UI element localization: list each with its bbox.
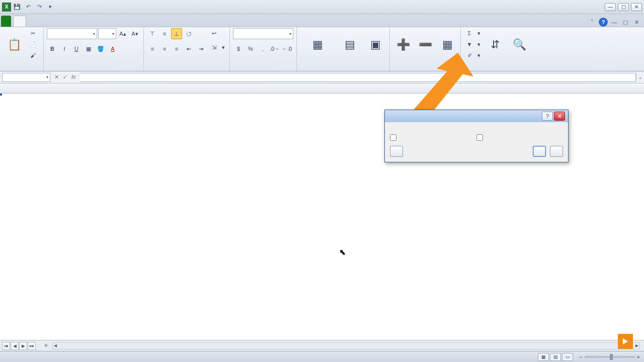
comma-icon[interactable]: , [257,43,268,54]
mdi-close-icon[interactable]: ✕ [632,18,641,27]
autosum-button[interactable]: Σ ▾ [464,28,482,38]
cut-button[interactable]: ✂ [27,28,40,38]
cancel-formula-icon[interactable]: ✕ [54,74,59,80]
help-icon[interactable]: ? [599,18,608,27]
minimize-button[interactable]: — [605,3,616,11]
align-top-icon[interactable]: ⊤ [147,28,158,39]
zoom-in-icon[interactable]: + [637,354,640,360]
bold-icon[interactable]: B [47,43,58,54]
copy-button[interactable]: 📄 [27,39,40,49]
redo-icon[interactable]: ↷ [34,2,44,12]
find-select-button[interactable]: 🔍 [508,28,530,61]
ok-button[interactable] [533,146,546,157]
group-number: $ % , .0→ ←.0 [230,27,297,71]
dialog-close-button[interactable]: ✕ [554,112,565,121]
formula-input[interactable] [80,73,636,82]
font-size-select[interactable] [98,28,116,39]
orientation-icon[interactable]: ⭯ [183,28,194,39]
new-sheet-icon[interactable]: ✳ [44,342,48,349]
accept-formula-icon[interactable]: ✓ [63,74,67,80]
group-editing: Σ ▾ ▼ ▾ ✐ ▾ ⇵ 🔍 [461,27,533,71]
tab-data[interactable] [62,16,74,27]
group-label-font [47,69,140,71]
zoom-out-icon[interactable]: − [579,354,582,360]
insert-cells-button[interactable]: ➕ [393,28,413,61]
skip-blanks-checkbox[interactable] [390,134,476,141]
shrink-font-icon[interactable]: A▾ [129,28,140,39]
titlebar: X 💾 ↶ ↷ ▾ — ▢ ✕ [0,0,644,14]
close-button[interactable]: ✕ [631,3,642,11]
tab-formulas[interactable] [50,16,62,27]
tab-page-layout[interactable] [38,16,50,27]
increase-decimal-icon[interactable]: .0→ [269,43,280,54]
decrease-indent-icon[interactable]: ⇤ [183,43,194,54]
currency-icon[interactable]: $ [233,43,244,54]
dialog-titlebar[interactable]: ? ✕ [385,110,568,122]
clear-button[interactable]: ✐ ▾ [464,50,482,60]
italic-icon[interactable]: I [59,43,70,54]
conditional-formatting-button[interactable]: ▦ [300,28,335,61]
column-headers[interactable] [0,83,644,94]
sheet-nav-prev[interactable]: ◀ [11,342,19,350]
tab-insert[interactable] [26,16,38,27]
sheet-nav-last[interactable]: ⏭ [28,342,36,350]
tab-review[interactable] [74,16,87,27]
wrap-text-button[interactable]: ↩ [208,28,226,38]
expand-formula-bar-icon[interactable]: ⌄ [636,74,644,80]
quick-access-toolbar: X 💾 ↶ ↷ ▾ [2,2,55,12]
format-as-table-button[interactable]: ▤ [337,28,362,61]
sheet-nav-next[interactable]: ▶ [19,342,27,350]
view-pagebreak-icon[interactable]: ▭ [562,353,573,361]
sheet-nav-first[interactable]: ⏮ [2,342,10,350]
dialog-help-button[interactable]: ? [542,112,553,121]
group-alignment: ⊤ ≡ ⊥ ⭯ ≡ ≡ ≡ ⇤ ⇥ ↩ ⇲ ▾ [144,27,230,71]
font-name-select[interactable] [47,28,97,39]
border-icon[interactable]: ▦ [83,43,94,54]
align-left-icon[interactable]: ≡ [147,43,158,54]
align-bottom-icon[interactable]: ⊥ [171,28,182,39]
paste-link-button[interactable] [390,146,403,157]
name-box[interactable] [2,73,50,82]
transpose-checkbox[interactable] [476,134,563,141]
mdi-minimize-icon[interactable]: — [610,18,619,27]
paste-special-dialog: ? ✕ [384,110,569,162]
format-painter-button[interactable]: 🖌 [27,50,40,60]
group-styles: ▦ ▤ ▣ [297,27,390,71]
horizontal-scrollbar[interactable] [52,342,640,349]
fx-icon[interactable]: fx [71,74,76,80]
sort-filter-button[interactable]: ⇵ [484,28,506,61]
fill-button[interactable]: ▼ ▾ [464,39,482,49]
cancel-button[interactable] [550,146,563,157]
align-middle-icon[interactable]: ≡ [159,28,170,39]
format-cells-button[interactable]: ▦ [437,28,457,61]
view-normal-icon[interactable]: ▦ [538,353,549,361]
increase-indent-icon[interactable]: ⇥ [195,43,206,54]
underline-icon[interactable]: U [71,43,82,54]
save-icon[interactable]: 💾 [12,2,22,12]
merge-center-button[interactable]: ⇲ ▾ [208,42,226,52]
percent-icon[interactable]: % [245,43,256,54]
qat-customize-icon[interactable]: ▾ [45,2,55,12]
decrease-decimal-icon[interactable]: ←.0 [281,43,292,54]
grow-font-icon[interactable]: A▴ [117,28,128,39]
number-format-select[interactable] [233,28,293,39]
cell-styles-button[interactable]: ▣ [364,28,386,61]
undo-icon[interactable]: ↶ [23,2,33,12]
restore-button[interactable]: ▢ [618,3,629,11]
group-label-clipboard [3,69,40,71]
view-layout-icon[interactable]: ▤ [550,353,561,361]
window-buttons: — ▢ ✕ [605,3,642,11]
tab-home[interactable] [13,16,26,27]
file-tab[interactable] [1,16,11,27]
align-center-icon[interactable]: ≡ [159,43,170,54]
fill-color-icon[interactable]: 🪣 [95,43,106,54]
delete-cells-button[interactable]: ➖ [415,28,435,61]
marquee-selection [0,94,2,96]
mdi-restore-icon[interactable]: ▢ [621,18,630,27]
align-right-icon[interactable]: ≡ [171,43,182,54]
paste-button[interactable]: 📋 [3,28,25,61]
tab-view[interactable] [87,16,99,27]
zoom-slider[interactable] [585,356,635,358]
font-color-icon[interactable]: A [107,43,118,54]
ribbon-minimize-icon[interactable]: ˅ [588,18,597,27]
